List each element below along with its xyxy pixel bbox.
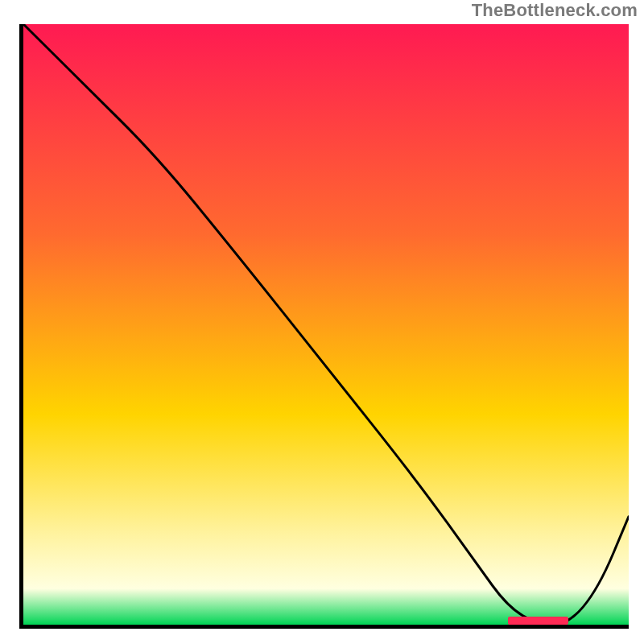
flat-segment-marker [508, 617, 568, 625]
chart-curve [23, 24, 629, 625]
chart-plot-area [19, 24, 629, 629]
attribution-text: TheBottleneck.com [472, 0, 638, 21]
